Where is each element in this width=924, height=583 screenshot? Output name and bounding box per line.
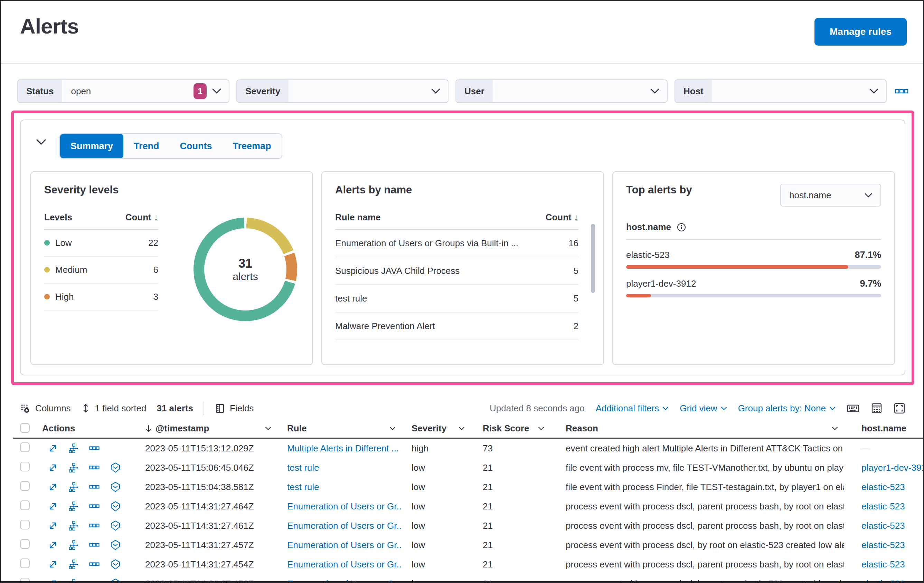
- analyze-event-icon[interactable]: [68, 520, 79, 531]
- manage-rules-button[interactable]: Manage rules: [815, 18, 907, 46]
- more-filters-icon[interactable]: [894, 83, 909, 99]
- agent-shield-icon[interactable]: [110, 559, 121, 570]
- agent-shield-icon[interactable]: [110, 578, 121, 583]
- alert-host-link[interactable]: elastic-523: [861, 559, 905, 570]
- grid-view-button[interactable]: Grid view: [680, 403, 727, 414]
- row-checkbox[interactable]: [20, 481, 30, 491]
- row-checkbox[interactable]: [20, 558, 30, 568]
- alert-rule-link[interactable]: Enumeration of Users or Gr...: [287, 559, 402, 570]
- column-menu-icon[interactable]: [389, 427, 396, 430]
- expand-alert-icon[interactable]: [48, 501, 58, 512]
- reason-column-header[interactable]: Reason: [551, 423, 844, 434]
- column-menu-icon[interactable]: [265, 427, 271, 430]
- alert-rule-link[interactable]: test rule: [287, 463, 319, 473]
- row-checkbox[interactable]: [20, 443, 30, 452]
- analyze-event-icon[interactable]: [68, 482, 79, 492]
- alert-rule-link[interactable]: Multiple Alerts in Different ...: [287, 443, 399, 454]
- filter-label: Host: [675, 80, 712, 102]
- kpi-tab[interactable]: Treemap: [223, 134, 282, 158]
- analyze-event-icon[interactable]: [68, 501, 79, 512]
- collapse-chevron-icon[interactable]: [36, 139, 46, 145]
- more-actions-icon[interactable]: [89, 562, 99, 567]
- more-actions-icon[interactable]: [89, 446, 99, 450]
- info-icon[interactable]: [676, 222, 686, 232]
- more-actions-icon[interactable]: [89, 524, 99, 528]
- alert-rule-link[interactable]: Enumeration of Users or Gr...: [287, 540, 402, 550]
- kpi-tab[interactable]: Trend: [123, 134, 170, 158]
- chevron-down-icon: [662, 407, 669, 410]
- row-checkbox[interactable]: [20, 462, 30, 471]
- analyze-event-icon[interactable]: [68, 443, 79, 453]
- row-checkbox[interactable]: [20, 520, 30, 529]
- alert-reason: process event with process dscl, parent …: [551, 559, 844, 570]
- alert-host-link[interactable]: elastic-523: [861, 540, 905, 550]
- row-checkbox[interactable]: [20, 501, 30, 510]
- expand-alert-icon[interactable]: [48, 443, 58, 453]
- alert-rule-link[interactable]: test rule: [287, 482, 319, 492]
- expand-alert-icon[interactable]: [48, 540, 58, 550]
- expand-alert-icon[interactable]: [48, 578, 58, 583]
- alert-host-link[interactable]: elastic-523: [861, 501, 905, 512]
- alert-risk-score: 73: [471, 443, 551, 454]
- progress-fill: [626, 294, 651, 297]
- column-menu-icon[interactable]: [832, 427, 838, 430]
- severity-count-header[interactable]: Count ↓: [125, 212, 158, 223]
- expand-alert-icon[interactable]: [48, 520, 58, 531]
- sort-fields-button[interactable]: 1 field sorted: [81, 403, 147, 414]
- timestamp-column-header[interactable]: @timestamp: [141, 423, 277, 434]
- agent-shield-icon[interactable]: [110, 481, 121, 492]
- expand-alert-icon[interactable]: [48, 463, 58, 473]
- abn-rule-name: test rule: [335, 293, 367, 304]
- analyze-event-icon[interactable]: [68, 463, 79, 473]
- abn-count-header[interactable]: Count ↓: [546, 212, 578, 223]
- kpi-tab[interactable]: Counts: [170, 134, 223, 158]
- alerts-count: 31 alerts: [157, 403, 193, 414]
- fields-button[interactable]: Fields: [214, 403, 254, 414]
- more-actions-icon[interactable]: [89, 466, 99, 470]
- alert-host-link[interactable]: player1-dev-3912: [861, 463, 924, 473]
- agent-shield-icon[interactable]: [110, 462, 121, 473]
- alert-rule-link[interactable]: Enumeration of Users or Gr...: [287, 578, 402, 583]
- severity-column-header[interactable]: Severity: [402, 423, 471, 434]
- more-actions-icon[interactable]: [89, 485, 99, 489]
- rule-column-header[interactable]: Rule: [277, 423, 402, 434]
- display-density-icon[interactable]: [871, 402, 883, 414]
- risk-score-column-header[interactable]: Risk Score: [471, 423, 551, 434]
- fullscreen-icon[interactable]: [894, 402, 905, 414]
- alert-host-link[interactable]: elastic-523: [861, 482, 905, 492]
- filter-dropdown[interactable]: Status open 1: [17, 79, 229, 103]
- analyze-event-icon[interactable]: [68, 540, 79, 550]
- expand-alert-icon[interactable]: [48, 559, 58, 570]
- select-all-checkbox[interactable]: [20, 423, 30, 433]
- more-actions-icon[interactable]: [89, 504, 99, 508]
- severity-color-dot: [44, 240, 50, 245]
- group-alerts-by-button[interactable]: Group alerts by: None: [738, 403, 835, 414]
- keyboard-shortcuts-icon[interactable]: [846, 403, 860, 414]
- agent-shield-icon[interactable]: [110, 501, 121, 512]
- agent-shield-icon[interactable]: [110, 520, 121, 531]
- alert-rule-link[interactable]: Enumeration of Users or Gr...: [287, 520, 402, 531]
- row-checkbox[interactable]: [20, 578, 30, 583]
- scrollbar[interactable]: [591, 224, 595, 293]
- alert-rule-link[interactable]: Enumeration of Users or Gr...: [287, 501, 402, 512]
- column-menu-icon[interactable]: [538, 427, 544, 430]
- host-column-header[interactable]: host.name: [844, 423, 924, 434]
- agent-shield-icon[interactable]: [110, 540, 121, 550]
- analyze-event-icon[interactable]: [68, 578, 79, 583]
- kpi-tab[interactable]: Summary: [60, 134, 123, 158]
- top-alerts-field-select[interactable]: host.name: [780, 184, 881, 206]
- filter-dropdown[interactable]: Severity: [236, 79, 449, 103]
- additional-filters-button[interactable]: Additional filters: [596, 403, 669, 414]
- alert-host-link[interactable]: elastic-523: [861, 520, 905, 531]
- more-actions-icon[interactable]: [89, 543, 99, 547]
- filter-dropdown[interactable]: Host: [675, 79, 887, 103]
- filter-dropdown[interactable]: User: [455, 79, 668, 103]
- expand-alert-icon[interactable]: [48, 482, 58, 492]
- row-checkbox[interactable]: [20, 539, 30, 549]
- more-actions-icon[interactable]: [89, 581, 99, 583]
- analyze-event-icon[interactable]: [68, 559, 79, 570]
- alert-host-link[interactable]: elastic-523: [861, 578, 905, 583]
- alert-host-link[interactable]: —: [861, 443, 870, 454]
- column-menu-icon[interactable]: [459, 427, 465, 430]
- columns-button[interactable]: Columns: [20, 403, 71, 414]
